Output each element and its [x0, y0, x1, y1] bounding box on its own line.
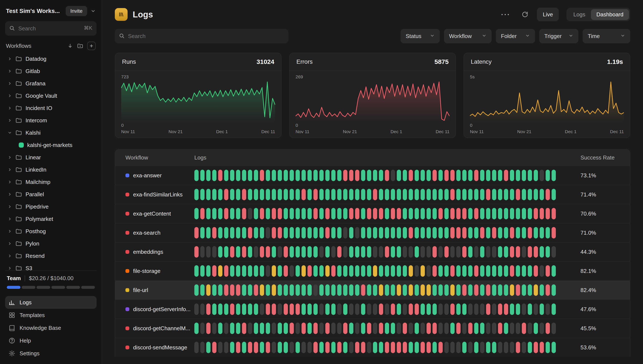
log-bar[interactable]	[343, 265, 347, 277]
log-bar[interactable]	[248, 227, 252, 238]
log-bar[interactable]	[272, 170, 276, 181]
log-bar[interactable]	[397, 284, 401, 296]
log-bar[interactable]	[313, 170, 318, 181]
log-bar[interactable]	[492, 208, 496, 220]
log-bar[interactable]	[426, 227, 431, 238]
log-bar[interactable]	[266, 227, 270, 238]
log-bar[interactable]	[367, 189, 371, 200]
log-bar[interactable]	[385, 304, 389, 315]
log-bar[interactable]	[445, 304, 449, 315]
log-bar[interactable]	[528, 246, 532, 258]
log-bar[interactable]	[284, 246, 288, 258]
log-bar[interactable]	[474, 208, 478, 220]
log-bar[interactable]	[552, 189, 556, 200]
log-bar[interactable]	[367, 227, 371, 238]
log-bar[interactable]	[403, 246, 407, 258]
log-bar[interactable]	[546, 322, 550, 334]
log-bar[interactable]	[272, 208, 276, 220]
log-bar[interactable]	[492, 265, 496, 277]
log-bar[interactable]	[337, 322, 341, 334]
log-bar[interactable]	[462, 227, 467, 238]
log-bar[interactable]	[385, 322, 389, 334]
log-bar[interactable]	[379, 189, 383, 200]
log-bar[interactable]	[379, 322, 383, 334]
log-bar[interactable]	[397, 322, 401, 334]
sidebar-item-help[interactable]: Help	[5, 334, 97, 347]
log-bar[interactable]	[486, 342, 490, 353]
log-bar[interactable]	[331, 342, 336, 353]
log-bar[interactable]	[296, 304, 300, 315]
log-bar[interactable]	[218, 208, 223, 220]
log-bar[interactable]	[307, 227, 312, 238]
log-bar[interactable]	[302, 208, 306, 220]
sidebar-folder-parallel[interactable]: Parallel	[5, 188, 97, 200]
log-bar[interactable]	[242, 189, 246, 200]
log-bar[interactable]	[456, 170, 461, 181]
chevron-right-icon[interactable]	[8, 204, 12, 209]
log-bar[interactable]	[248, 322, 252, 334]
log-bar[interactable]	[355, 227, 359, 238]
log-bar[interactable]	[284, 170, 288, 181]
log-bar[interactable]	[409, 304, 413, 315]
log-bar[interactable]	[349, 342, 353, 353]
log-bar[interactable]	[480, 284, 484, 296]
log-bar[interactable]	[325, 322, 330, 334]
log-bar[interactable]	[492, 342, 496, 353]
log-bar[interactable]	[426, 265, 431, 277]
log-bar[interactable]	[337, 189, 341, 200]
log-bar[interactable]	[445, 322, 449, 334]
log-bar[interactable]	[546, 208, 550, 220]
log-bar[interactable]	[415, 170, 419, 181]
log-bar[interactable]	[319, 170, 324, 181]
log-bar[interactable]	[534, 227, 538, 238]
log-bar[interactable]	[522, 304, 526, 315]
log-bar[interactable]	[355, 322, 359, 334]
log-bar[interactable]	[319, 322, 324, 334]
log-bar[interactable]	[486, 304, 490, 315]
log-bar[interactable]	[212, 170, 217, 181]
log-bar[interactable]	[278, 170, 282, 181]
log-bar[interactable]	[194, 227, 198, 238]
log-bar[interactable]	[337, 342, 341, 353]
chevron-right-icon[interactable]	[8, 81, 12, 86]
log-bar[interactable]	[218, 189, 223, 200]
log-bar[interactable]	[278, 342, 282, 353]
chevron-right-icon[interactable]	[8, 242, 12, 246]
log-bar[interactable]	[450, 304, 455, 315]
log-bar[interactable]	[516, 189, 520, 200]
log-bar[interactable]	[307, 170, 312, 181]
log-bar[interactable]	[361, 304, 365, 315]
log-bar[interactable]	[313, 284, 318, 296]
log-bar[interactable]	[468, 246, 473, 258]
log-bar[interactable]	[361, 284, 365, 296]
log-bar[interactable]	[462, 246, 467, 258]
log-bar[interactable]	[420, 284, 425, 296]
log-bar[interactable]	[450, 189, 455, 200]
log-bar[interactable]	[439, 189, 443, 200]
log-bar[interactable]	[343, 227, 347, 238]
log-bar[interactable]	[540, 342, 544, 353]
log-bar[interactable]	[391, 265, 395, 277]
sidebar-folder-grafana[interactable]: Grafana	[5, 77, 97, 90]
sidebar-folder-linkedin[interactable]: LinkedIn	[5, 164, 97, 176]
log-bar[interactable]	[534, 342, 538, 353]
log-bar[interactable]	[367, 304, 371, 315]
log-bar[interactable]	[439, 284, 443, 296]
log-bar[interactable]	[456, 227, 461, 238]
log-bar[interactable]	[426, 304, 431, 315]
log-bar[interactable]	[385, 342, 389, 353]
chevron-right-icon[interactable]	[8, 155, 12, 160]
log-bar[interactable]	[468, 265, 473, 277]
sidebar-folder-pipedrive[interactable]: Pipedrive	[5, 200, 97, 213]
log-bar[interactable]	[331, 208, 336, 220]
log-bar[interactable]	[450, 342, 455, 353]
log-bar[interactable]	[522, 265, 526, 277]
log-bar[interactable]	[468, 227, 473, 238]
log-bar[interactable]	[516, 265, 520, 277]
log-bar[interactable]	[486, 170, 490, 181]
log-bar[interactable]	[373, 246, 377, 258]
log-bar[interactable]	[230, 246, 234, 258]
log-bar[interactable]	[361, 189, 365, 200]
log-bar[interactable]	[445, 227, 449, 238]
log-bar[interactable]	[528, 322, 532, 334]
